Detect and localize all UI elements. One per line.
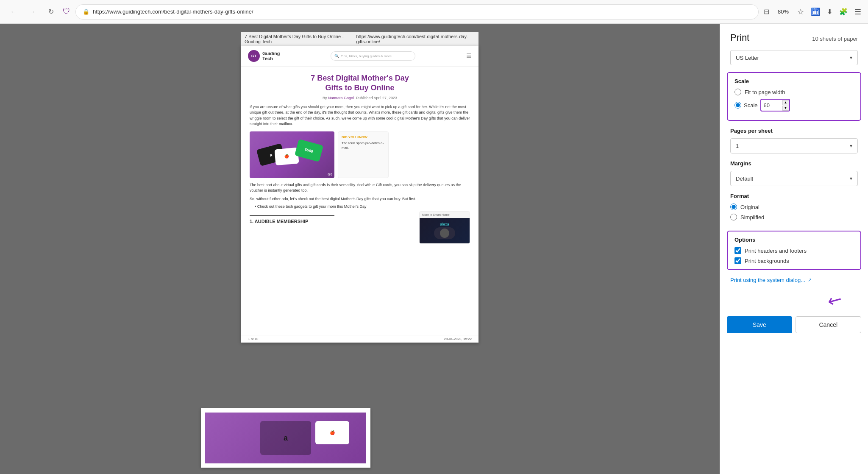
print-backgrounds-row: Print backgrounds <box>734 257 854 264</box>
reader-icon[interactable]: ⊟ <box>764 8 769 16</box>
search-bar[interactable]: 🔍 Tips, tricks, buying guides & more... <box>331 51 415 61</box>
footer-timestamp: 28-04-2023, 15:22 <box>444 337 472 341</box>
fit-to-page-label: Fit to page width <box>745 89 785 95</box>
scale-radio[interactable] <box>734 102 741 109</box>
download-icon[interactable]: ⬇ <box>827 8 832 16</box>
print-headers-row: Print headers and footers <box>734 247 854 254</box>
logo-icon: GT <box>248 50 260 62</box>
smart-home-widget: More in Smart Home alexa <box>419 211 470 244</box>
author-link[interactable]: Namrata Gogoi <box>328 96 354 100</box>
scale-section-label: Scale <box>734 78 854 84</box>
paper-size-chevron: ▾ <box>850 55 852 61</box>
article-para2: The best part about virtual gifts and gi… <box>250 182 470 194</box>
print-title: Print <box>730 32 749 43</box>
address-bar[interactable]: 🔒 https://www.guidingtech.com/best-digit… <box>75 4 759 20</box>
widget-image: alexa <box>420 218 470 243</box>
lock-icon: 🔒 <box>83 8 89 15</box>
fit-to-page-row: Fit to page width <box>734 89 854 95</box>
print-headers-checkbox[interactable] <box>734 247 741 254</box>
tab-title: 7 Best Digital Mother's Day Gifts to Buy… <box>245 34 356 44</box>
article-image-area: a 🍎 $500 Gt DID YOU KNOW The term spam p… <box>250 131 470 178</box>
pages-per-sheet-section: Pages per sheet 1 ▾ <box>720 128 868 160</box>
save-button[interactable]: Save <box>727 316 792 333</box>
scale-spinner: ▲ ▼ <box>782 100 789 111</box>
margins-label: Margins <box>730 160 858 167</box>
tab-url: https://www.guidingtech.com/best-digital… <box>356 34 475 44</box>
scale-down-btn[interactable]: ▼ <box>782 106 789 111</box>
zoom-indicator: 80% <box>774 7 792 17</box>
pages-per-sheet-value: 1 <box>736 143 739 149</box>
print-panel: Print 10 sheets of paper US Letter ▾ Sca… <box>720 24 868 474</box>
pages-per-sheet-dropdown[interactable]: 1 ▾ <box>730 138 858 153</box>
external-link-icon: ↗ <box>808 277 812 283</box>
pages-per-sheet-label: Pages per sheet <box>730 128 858 134</box>
apple-card: 🍎 <box>274 147 299 165</box>
options-section-label: Options <box>734 237 854 243</box>
scale-input-wrapper: 60 ▲ ▼ <box>760 99 790 112</box>
back-button[interactable]: ← <box>7 5 20 19</box>
scale-label: Scale <box>744 102 758 109</box>
section-heading-1: 1. AUDIBLE MEMBERSHIP <box>250 215 334 224</box>
panel-buttons: Save Cancel <box>720 313 868 343</box>
dyk-text: The term spam pre-dates e-mail. <box>342 141 385 150</box>
format-original-row: Original <box>730 204 858 210</box>
page-tab-bar: 7 Best Digital Mother's Day Gifts to Buy… <box>241 32 479 46</box>
cancel-button[interactable]: Cancel <box>796 316 862 333</box>
bottom-page-image: a 🍎 <box>205 413 366 463</box>
margins-dropdown[interactable]: Default ▾ <box>730 171 858 186</box>
gift-cards-image: a 🍎 $500 Gt <box>250 131 334 178</box>
did-you-know-widget: DID YOU KNOW The term spam pre-dates e-m… <box>338 131 389 178</box>
scale-up-btn[interactable]: ▲ <box>782 100 789 105</box>
format-simplified-row: Simplified <box>730 214 858 220</box>
fit-to-page-radio[interactable] <box>734 89 741 95</box>
widget-header: More in Smart Home <box>420 212 470 218</box>
article-para3: So, without further ado, let's check out… <box>250 196 470 202</box>
format-label: Format <box>730 193 858 199</box>
footer-page-number: 1 of 10 <box>248 337 258 341</box>
page-footer: 1 of 10 28-04-2023, 15:22 <box>241 335 479 343</box>
search-icon: 🔍 <box>334 54 339 58</box>
logo-area: GT GuidingTech <box>248 50 280 62</box>
forward-button[interactable]: → <box>25 5 39 19</box>
system-dialog-section: Print using the system dialog... ↗ <box>720 277 868 290</box>
system-dialog-link[interactable]: Print using the system dialog... <box>730 277 805 283</box>
dyk-header: DID YOU KNOW <box>342 135 385 139</box>
margins-section: Margins Default ▾ <box>720 160 868 193</box>
main-area: 7 Best Digital Mother's Day Gifts to Buy… <box>0 24 868 474</box>
scale-input[interactable]: 60 <box>761 100 782 111</box>
page-preview-area: 7 Best Digital Mother's Day Gifts to Buy… <box>0 24 720 474</box>
browser-chrome: ← → ↻ 🛡 🔒 https://www.guidingtech.com/be… <box>0 0 868 24</box>
hamburger-icon: ☰ <box>466 53 472 59</box>
print-panel-header: Print 10 sheets of paper <box>720 24 868 50</box>
margins-chevron: ▾ <box>850 176 852 181</box>
shield-icon: 🛡 <box>63 7 70 16</box>
logo-text: GuidingTech <box>262 51 280 61</box>
article-title: 7 Best Digital Mother's Day Gifts to Buy… <box>250 73 470 93</box>
bottom-preview-strip: a 🍎 <box>0 402 571 474</box>
print-backgrounds-checkbox[interactable] <box>734 257 741 264</box>
format-simplified-label: Simplified <box>740 214 764 220</box>
pages-chevron: ▾ <box>850 143 852 149</box>
bookmark-icon[interactable]: ☆ <box>797 7 804 17</box>
sheets-count: 10 sheets of paper <box>812 36 858 42</box>
format-simplified-radio[interactable] <box>730 214 737 220</box>
format-section: Format Original Simplified <box>720 193 868 231</box>
pocket-icon[interactable]: 🛅 <box>811 7 820 17</box>
menu-icon[interactable]: ☰ <box>854 7 861 17</box>
print-headers-label: Print headers and footers <box>745 248 807 254</box>
paper-size-section: US Letter ▾ <box>720 50 868 72</box>
refresh-button[interactable]: ↻ <box>44 5 58 19</box>
arrow-icon: ↙ <box>824 288 846 312</box>
scale-section: Scale Fit to page width Scale 60 ▲ ▼ <box>727 72 861 121</box>
extensions-icon[interactable]: 🧩 <box>839 8 848 16</box>
print-backgrounds-label: Print backgrounds <box>745 258 789 264</box>
format-original-label: Original <box>740 204 760 210</box>
format-original-radio[interactable] <box>730 204 737 210</box>
article-body: 7 Best Digital Mother's Day Gifts to Buy… <box>241 67 479 251</box>
paper-size-dropdown[interactable]: US Letter ▾ <box>730 50 858 65</box>
options-section: Options Print headers and footers Print … <box>727 231 861 270</box>
spotify-card: $500 <box>295 139 323 162</box>
scale-row: Scale 60 ▲ ▼ <box>734 99 854 112</box>
paper-size-value: US Letter <box>736 55 759 61</box>
bullet-1: • Check out these tech gadgets to gift y… <box>255 204 470 209</box>
